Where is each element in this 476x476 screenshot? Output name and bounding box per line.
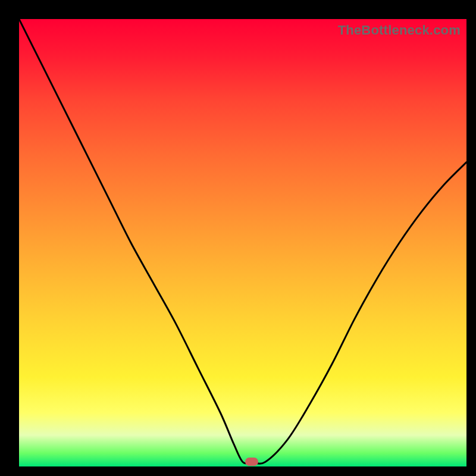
- plot-area: TheBottleneck.com: [19, 19, 466, 466]
- bottleneck-curve-path: [19, 19, 466, 464]
- chart-frame: TheBottleneck.com: [0, 0, 476, 476]
- optimum-marker: [245, 458, 258, 466]
- curve-svg: [19, 19, 466, 466]
